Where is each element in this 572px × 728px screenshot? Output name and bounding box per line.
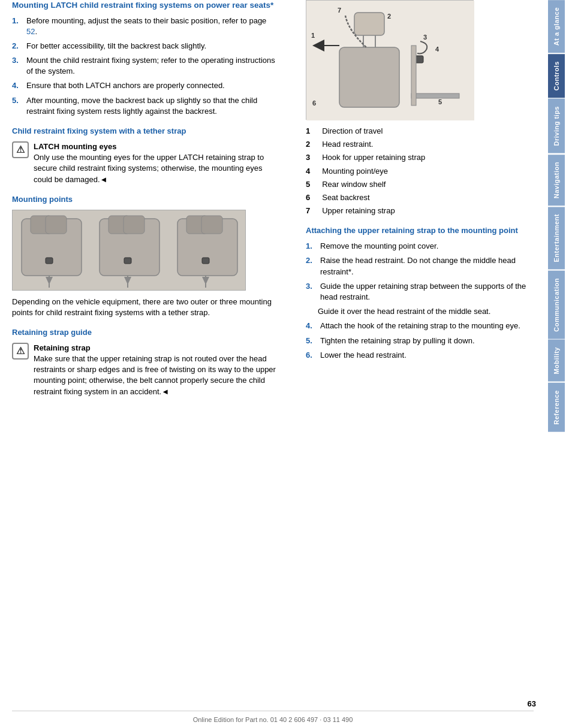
step-2: 2. For better accessibility, tilt the ba… [12, 41, 276, 52]
warning-latch: ⚠ LATCH mounting eyes Only use the mount… [12, 141, 276, 185]
footer-text: Online Edition for Part no. 01 40 2 606 … [12, 711, 534, 728]
step-3: 3. Mount the child restraint fixing syst… [12, 55, 276, 77]
attach-step-3b: Guide it over the head restraint of the … [318, 306, 536, 317]
item-5: 5 Rear window shelf [306, 179, 536, 190]
mounting-steps-list: 1. Before mounting, adjust the seats to … [12, 16, 276, 117]
item-6: 6 Seat backrest [306, 192, 536, 203]
svg-rect-31 [411, 93, 459, 98]
svg-text:1: 1 [311, 32, 315, 39]
step-4: 4. Ensure that both LATCH anchors are pr… [12, 80, 276, 91]
item-1: 1 Direction of travel [306, 126, 536, 137]
sidebar-tab-driving-tips[interactable]: Driving tips [548, 99, 565, 153]
attach-step-1: 1. Remove the mounting point cover. [306, 241, 536, 252]
sidebar-tab-controls[interactable]: Controls [548, 54, 565, 98]
mounting-points-image [12, 210, 246, 291]
page-number: 63 [12, 699, 536, 708]
warning-icon-1: ⚠ [12, 141, 29, 158]
svg-rect-5 [46, 216, 67, 234]
item-7: 7 Upper retaining strap [306, 206, 536, 216]
sidebar-tab-at-a-glance[interactable]: At a glance [548, 0, 565, 53]
svg-text:6: 6 [312, 99, 316, 107]
svg-rect-23 [354, 13, 384, 35]
sidebar-tab-navigation[interactable]: Navigation [548, 155, 565, 206]
sidebar-tab-communication[interactable]: Communication [548, 271, 565, 339]
step-1: 1. Before mounting, adjust the seats to … [12, 16, 276, 37]
item-3: 3 Hook for upper retaining strap [306, 152, 536, 163]
svg-rect-7 [124, 216, 144, 234]
svg-rect-27 [339, 47, 399, 107]
attaching-title: Attaching the upper retaining strap to t… [306, 226, 536, 236]
warning1-label: LATCH mounting eyes [34, 142, 116, 151]
retaining-strap-guide-title: Retaining strap guide [12, 328, 276, 338]
item-2: 2 Head restraint. [306, 139, 536, 150]
svg-text:5: 5 [438, 98, 442, 105]
warning2-label: Retaining strap [34, 343, 91, 352]
mounting-desc: Depending on the vehicle equipment, ther… [12, 297, 276, 318]
svg-text:4: 4 [435, 46, 439, 53]
attach-step-2: 2. Raise the head restraint. Do not chan… [306, 255, 536, 277]
sidebar-tab-entertainment[interactable]: Entertainment [548, 207, 565, 269]
attach-step-5: 5. Tighten the retaining strap by pullin… [306, 336, 536, 346]
warning-icon-2: ⚠ [12, 343, 29, 360]
attach-step-6: 6. Lower the head restraint. [306, 350, 536, 361]
svg-rect-11 [124, 258, 131, 264]
mounting-points-title: Mounting points [12, 195, 276, 205]
sidebar-tab-mobility[interactable]: Mobility [548, 340, 565, 382]
svg-rect-10 [46, 258, 53, 264]
attaching-steps-list: 1. Remove the mounting point cover. 2. R… [306, 241, 536, 361]
svg-text:3: 3 [423, 34, 427, 41]
attach-step-4: 4. Attach the hook of the retaining stra… [306, 321, 536, 331]
svg-text:7: 7 [338, 7, 341, 14]
svg-rect-12 [202, 258, 209, 264]
seat-diagram: 1 2 3 4 5 [306, 0, 474, 120]
page-link[interactable]: 52 [26, 27, 35, 36]
sidebar-tab-reference[interactable]: Reference [548, 383, 565, 432]
attach-step-3: 3. Guide the upper retaining strap betwe… [306, 281, 536, 303]
svg-rect-9 [201, 216, 222, 234]
step-5: 5. After mounting, move the backrest bac… [12, 95, 276, 117]
item-4: 4 Mounting point/eye [306, 166, 536, 177]
diagram-items-list: 1 Direction of travel 2 Head restraint. … [306, 126, 536, 216]
sidebar: At a glance Controls Driving tips Naviga… [548, 0, 572, 728]
warning1-text: Only use the mounting eyes for the upper… [34, 153, 264, 183]
svg-rect-35 [411, 46, 416, 105]
warning2-text: Make sure that the upper retaining strap… [34, 354, 276, 396]
warning-retaining: ⚠ Retaining strap Make sure that the upp… [12, 343, 276, 397]
main-title: Mounting LATCH child restraint fixing sy… [12, 0, 276, 11]
svg-text:2: 2 [387, 13, 391, 20]
tether-title: Child restraint fixing system with a tet… [12, 126, 276, 137]
